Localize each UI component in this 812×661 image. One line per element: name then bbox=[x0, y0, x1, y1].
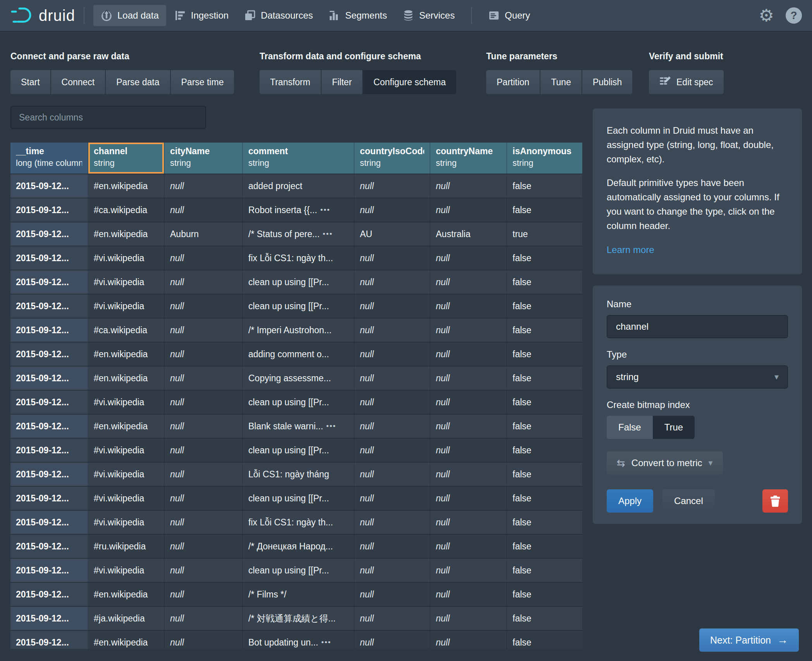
step-group-label: Tune parameters bbox=[486, 51, 632, 62]
cell-value: /* Status of pere... bbox=[248, 229, 320, 239]
cell-value: null bbox=[170, 301, 184, 312]
cell-value: null bbox=[436, 373, 450, 384]
comment-expand-button[interactable]: ••• bbox=[320, 206, 330, 214]
cell-channel: #ja.wikipedia bbox=[88, 607, 165, 630]
nav-item-datasources[interactable]: Datasources bbox=[236, 5, 321, 26]
comment-expand-button[interactable]: ••• bbox=[326, 422, 336, 430]
cell-value: 2015-09-12... bbox=[16, 349, 69, 360]
cell-countryIsoCode: null bbox=[354, 607, 430, 630]
cell-value: null bbox=[436, 205, 450, 215]
table-row: 2015-09-12...#vi.wikipedianullclean up u… bbox=[10, 558, 582, 582]
cell-value: null bbox=[170, 421, 184, 432]
step-tune[interactable]: Tune bbox=[540, 70, 582, 94]
step-label: Filter bbox=[332, 77, 352, 88]
settings-gear-icon[interactable]: ⚙ bbox=[759, 7, 774, 24]
step-start[interactable]: Start bbox=[10, 70, 51, 94]
help-icon[interactable]: ? bbox=[786, 7, 802, 24]
cell-value: null bbox=[170, 397, 184, 408]
cell-value: 2015-09-12... bbox=[16, 589, 69, 600]
cell-countryName: null bbox=[430, 174, 507, 198]
convert-to-metric-label: Convert to metric bbox=[631, 458, 702, 468]
cell-channel: #vi.wikipedia bbox=[88, 463, 165, 486]
delete-column-button[interactable] bbox=[762, 489, 788, 513]
cell-cityName: null bbox=[165, 270, 243, 294]
cell-value: null bbox=[360, 637, 374, 648]
cell-countryName: null bbox=[430, 535, 507, 558]
cell-value: null bbox=[360, 205, 374, 215]
cell-time: 2015-09-12... bbox=[10, 198, 88, 222]
cell-value: 2015-09-12... bbox=[16, 517, 69, 528]
bitmap-false-option[interactable]: False bbox=[607, 416, 653, 439]
cell-value: null bbox=[360, 445, 374, 456]
nav-item-services[interactable]: Services bbox=[395, 5, 463, 26]
nav-item-load-data[interactable]: Load data bbox=[93, 5, 167, 26]
cell-value: added project bbox=[248, 181, 302, 191]
cell-comment: Copying assessme... bbox=[243, 367, 354, 390]
cell-countryName: null bbox=[430, 270, 507, 294]
step-button-group: PartitionTunePublish bbox=[486, 70, 632, 94]
ingestion-icon bbox=[174, 10, 186, 21]
step-transform[interactable]: Transform bbox=[260, 70, 322, 94]
step-edit-spec[interactable]: Edit spec bbox=[649, 70, 724, 94]
cell-value: 2015-09-12... bbox=[16, 277, 69, 287]
cell-value: clean up using [[Pr... bbox=[248, 301, 329, 312]
column-header-isAnonymous[interactable]: isAnonymousstring bbox=[507, 143, 582, 174]
column-header-countryName[interactable]: countryNamestring bbox=[430, 143, 507, 174]
column-header-countryIsoCode[interactable]: countryIsoCodestring bbox=[354, 143, 430, 174]
cancel-button[interactable]: Cancel bbox=[662, 489, 715, 513]
cell-countryIsoCode: null bbox=[354, 318, 430, 342]
cell-value: #vi.wikipedia bbox=[94, 397, 144, 408]
cell-time: 2015-09-12... bbox=[10, 391, 88, 414]
cell-value: fix Lỗi CS1: ngày th... bbox=[248, 253, 333, 263]
cell-value: 2015-09-12... bbox=[16, 541, 69, 552]
cell-comment: /* Films */ bbox=[243, 583, 354, 606]
cell-channel: #en.wikipedia bbox=[88, 631, 165, 649]
cell-value: null bbox=[360, 325, 374, 336]
column-header-time[interactable]: __timelong (time column) bbox=[10, 143, 88, 174]
step-parse-time[interactable]: Parse time bbox=[171, 70, 234, 94]
cell-value: false bbox=[513, 301, 532, 312]
step-parse-data[interactable]: Parse data bbox=[106, 70, 170, 94]
step-connect[interactable]: Connect bbox=[51, 70, 106, 94]
search-columns-input[interactable] bbox=[10, 106, 206, 129]
column-header-comment[interactable]: commentstring bbox=[243, 143, 354, 174]
cell-channel: #en.wikipedia bbox=[88, 415, 165, 438]
column-type-select[interactable]: string ▾ bbox=[607, 365, 788, 389]
cell-time: 2015-09-12... bbox=[10, 222, 88, 246]
step-publish[interactable]: Publish bbox=[582, 70, 632, 94]
table-row: 2015-09-12...#vi.wikipedianullclean up u… bbox=[10, 270, 582, 294]
bitmap-true-option[interactable]: True bbox=[653, 416, 695, 439]
cell-value: 2015-09-12... bbox=[16, 613, 69, 624]
column-name-input[interactable] bbox=[607, 315, 788, 338]
learn-more-link[interactable]: Learn more bbox=[607, 244, 654, 255]
cell-countryIsoCode: null bbox=[354, 294, 430, 318]
cell-time: 2015-09-12... bbox=[10, 439, 88, 462]
nav-item-ingestion[interactable]: Ingestion bbox=[167, 5, 236, 26]
cell-value: null bbox=[360, 613, 374, 624]
cell-comment: /* Status of pere...••• bbox=[243, 222, 354, 246]
cell-value: null bbox=[170, 493, 184, 504]
cell-value: false bbox=[513, 637, 532, 648]
column-header-cityName[interactable]: cityNamestring bbox=[165, 143, 243, 174]
cell-value: null bbox=[170, 469, 184, 480]
comment-expand-button[interactable]: ••• bbox=[323, 230, 333, 238]
cell-value: null bbox=[436, 613, 450, 624]
comment-expand-button[interactable]: ••• bbox=[321, 638, 331, 647]
step-partition[interactable]: Partition bbox=[486, 70, 540, 94]
step-label: Transform bbox=[270, 77, 310, 88]
convert-to-metric-button[interactable]: ⇆ Convert to metric ▾ bbox=[607, 451, 723, 475]
cell-comment: /* Донецкая Народ... bbox=[243, 535, 354, 558]
nav-item-segments[interactable]: Segments bbox=[321, 5, 395, 26]
step-filter[interactable]: Filter bbox=[322, 70, 363, 94]
datasources-icon bbox=[244, 10, 256, 21]
apply-button[interactable]: Apply bbox=[607, 489, 653, 513]
cell-value: null bbox=[436, 469, 450, 480]
cell-value: null bbox=[170, 205, 184, 215]
nav-item-query[interactable]: Query bbox=[480, 5, 538, 26]
cell-countryName: null bbox=[430, 318, 507, 342]
next-partition-button[interactable]: Next: Partition → bbox=[699, 628, 799, 652]
column-header-channel[interactable]: channelstring bbox=[88, 143, 165, 174]
cell-countryName: null bbox=[430, 463, 507, 486]
step-configure-schema[interactable]: Configure schema bbox=[363, 70, 456, 94]
druid-logo[interactable]: druid bbox=[10, 7, 75, 24]
